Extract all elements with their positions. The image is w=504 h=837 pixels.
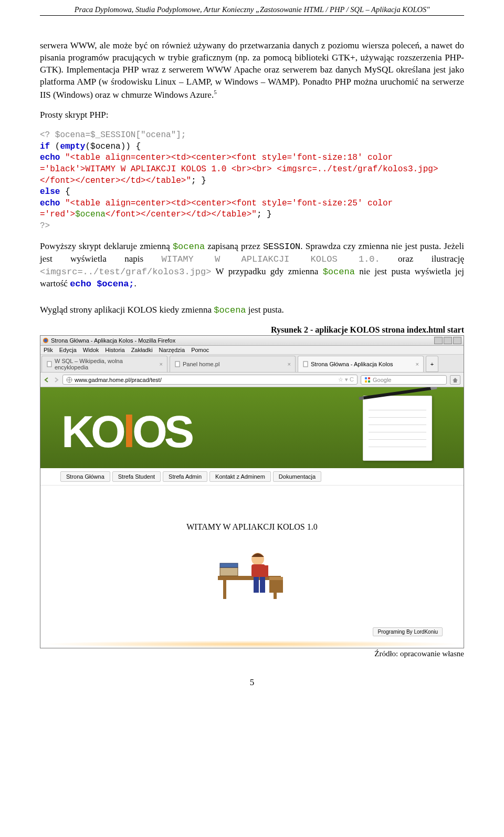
page-number: 5 (40, 677, 464, 688)
tab-1-label: W SQL – Wikipedia, wolna encyklopedia (55, 358, 158, 370)
svg-rect-4 (303, 361, 308, 367)
svg-rect-9 (368, 380, 370, 383)
home-icon (452, 377, 458, 383)
menu-widok[interactable]: Widok (83, 347, 99, 353)
tab-wikipedia[interactable]: W SQL – Wikipedia, wolna encyklopedia × (41, 356, 167, 372)
page-icon (174, 361, 181, 367)
welcome-area: WITAMY W APLIAKCJI KOLOS 1.0 (40, 485, 464, 624)
code-l5e: ; } (257, 210, 272, 219)
menu-narzedzia[interactable]: Narzędzia (159, 347, 185, 353)
google-icon (364, 377, 371, 383)
globe-icon (66, 377, 72, 383)
code-l2d: ($ocena)) { (85, 142, 141, 151)
figure-source: Źródło: opracowanie własne (40, 649, 464, 658)
code-l1: <? $ocena=$_SESSION["ocena"]; (40, 130, 186, 140)
svg-rect-3 (175, 361, 180, 367)
svg-rect-11 (223, 580, 226, 599)
p2-ocena: $ocena (173, 242, 205, 252)
p3b: jest pusta. (246, 305, 284, 315)
url-input[interactable]: www.gadmar.home.pl/pracad/test/ ☆ ▾ C (62, 375, 358, 385)
home-button[interactable] (450, 375, 460, 385)
url-extras: ☆ ▾ C (338, 376, 354, 383)
nav-strona-glowna[interactable]: Strona Główna (60, 471, 110, 482)
nav-kontakt[interactable]: Kontakt z Adminem (209, 471, 271, 482)
code-l2b: ( (50, 142, 60, 151)
footer-shadow (40, 640, 464, 648)
svg-rect-21 (269, 577, 283, 580)
p3a: Wygląd strony aplikacji KOLOS kiedy zmie… (40, 305, 214, 315)
student-desk-icon (213, 544, 291, 602)
menu-pomoc[interactable]: Pomoc (191, 347, 209, 353)
tab-homepl[interactable]: Panel home.pl × (170, 356, 296, 372)
kolos-banner: KOlOS (40, 387, 464, 468)
back-icon[interactable] (44, 377, 50, 383)
code-l5-echo: echo (40, 199, 60, 208)
menu-historia[interactable]: Historia (105, 347, 124, 353)
address-bar: www.gadmar.home.pl/pracad/test/ ☆ ▾ C Go… (40, 373, 464, 387)
url-value: www.gadmar.home.pl/pracad/test/ (75, 377, 162, 383)
code-l3c: ; } (191, 176, 206, 185)
svg-rect-8 (365, 380, 367, 383)
svg-rect-2 (47, 361, 51, 367)
menu-edycja[interactable]: Edycja (59, 347, 77, 353)
page-icon (46, 361, 52, 367)
menu-bar: Plik Edycja Widok Historia Zakładki Narz… (40, 346, 464, 355)
nav-strefa-student[interactable]: Strefa Student (112, 471, 161, 482)
figure-caption: Rysunek 2 - aplikacje KOLOS strona index… (40, 325, 464, 335)
svg-rect-19 (260, 577, 265, 593)
notepad-graphic (363, 396, 432, 461)
page-header: Praca Dyplomowa, Studia Podyplomowe, Art… (40, 5, 464, 16)
logo-l: l (123, 406, 132, 458)
p2-echo: echo $ocena; (70, 279, 134, 289)
svg-rect-16 (251, 564, 265, 577)
svg-rect-17 (264, 565, 268, 577)
code-l6: ?> (40, 221, 50, 231)
close-icon[interactable]: × (160, 361, 163, 367)
maximize-button[interactable] (444, 337, 452, 344)
page-viewport: KOlOS Strona Główna Strefa Student Stref… (40, 387, 464, 648)
code-l3-str: "<table align=center><td><center><font s… (40, 153, 438, 185)
p3-ocena: $ocena (214, 305, 246, 315)
p2g: . (134, 278, 136, 288)
window-titlebar: Strona Główna - Aplikacja Kolos - Mozill… (40, 336, 464, 346)
p2d: oraz ilustrację (380, 254, 464, 264)
forward-icon[interactable] (53, 377, 59, 383)
p2-session: SESSION (263, 242, 300, 252)
paragraph-1: serwera WWW, ale może być on również uży… (40, 40, 464, 101)
logo-ko: KO (61, 406, 123, 458)
menu-plik[interactable]: Plik (44, 347, 53, 353)
logo-os: OS (132, 406, 191, 458)
tab-kolos[interactable]: Strona Główna - Aplikacja Kolos × (298, 356, 424, 372)
p2b: zapisaną przez (205, 241, 263, 251)
svg-rect-18 (254, 577, 259, 593)
svg-rect-13 (220, 567, 238, 576)
code-l5-str2: </font></center></td></table>" (106, 210, 257, 219)
close-icon[interactable]: × (416, 361, 419, 367)
label-prosty-skrypt: Prosty skrypt PHP: (40, 109, 464, 121)
site-footer: Programing By LordKoniu (40, 624, 464, 640)
close-button[interactable] (453, 337, 461, 344)
paragraph-3: Wygląd strony aplikacji KOLOS kiedy zmie… (40, 304, 464, 317)
kolos-logo: KOlOS (61, 406, 191, 458)
search-placeholder: Google (373, 377, 391, 383)
tab-strip: W SQL – Wikipedia, wolna encyklopedia × … (40, 355, 464, 373)
paragraph-2: Powyższy skrypt deklaruje zmienną $ocena… (40, 241, 464, 291)
svg-rect-7 (368, 377, 370, 379)
code-l5-var: $ocena (75, 210, 106, 219)
code-l2-if: if (40, 142, 50, 151)
close-icon[interactable]: × (288, 361, 291, 367)
new-tab-button[interactable]: + (426, 356, 438, 372)
tab-2-label: Panel home.pl (183, 361, 219, 367)
minimize-button[interactable] (434, 337, 443, 344)
nav-strefa-admin[interactable]: Strefa Admin (163, 471, 207, 482)
svg-rect-6 (365, 377, 367, 379)
p2e: W przypadku gdy zmienna (211, 266, 322, 276)
site-nav: Strona Główna Strefa Student Strefa Admi… (40, 468, 464, 485)
php-code-block: <? $ocena=$_SESSION["ocena"]; if (empty(… (40, 130, 464, 232)
nav-dokumentacja[interactable]: Dokumentacja (273, 471, 321, 482)
footer-credit: Programing By LordKoniu (373, 627, 443, 636)
menu-zakladki[interactable]: Zakładki (131, 347, 153, 353)
search-input[interactable]: Google (361, 375, 447, 385)
code-l3-echo: echo (40, 153, 60, 162)
code-l4b: { (60, 187, 70, 197)
